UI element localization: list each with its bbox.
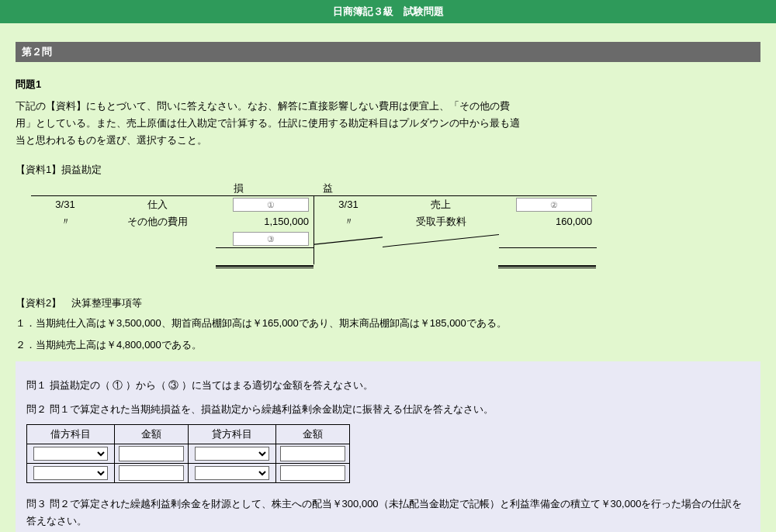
t-right-item: 受取手数料 xyxy=(383,213,499,230)
cr-account-select[interactable] xyxy=(195,447,269,461)
question-3: 問３ 問２で算定された繰越利益剰余金を財源として、株主への配当￥300,000（… xyxy=(26,496,750,530)
t-right-amt: 160,000 xyxy=(499,213,597,230)
page-header: 日商簿記３級 試験問題 xyxy=(0,0,776,23)
page-frame: 日商簿記３級 試験問題 第２問 問題1 下記の【資料】にもとづいて、問いに答えな… xyxy=(0,0,776,532)
col-cr-amt: 金額 xyxy=(276,424,350,444)
blank-box-3[interactable]: ③ xyxy=(233,232,309,246)
t-caption-left: 損 xyxy=(194,181,283,195)
t-left-date: 3/31 xyxy=(31,195,99,213)
mondai1-title: 問題1 xyxy=(16,78,760,92)
resource2-line1: １．当期純仕入高は￥3,500,000、期首商品棚卸高は￥165,000であり、… xyxy=(16,315,760,332)
t-left-date: 〃 xyxy=(31,213,99,230)
t-left-amt: 1,150,000 xyxy=(216,213,314,230)
t-right-date: 〃 xyxy=(314,213,383,230)
question-1: 問１ 損益勘定の（ ① ）から（ ③ ）に当てはまる適切な金額を答えなさい。 xyxy=(26,377,750,394)
answer-area: 問１ 損益勘定の（ ① ）から（ ③ ）に当てはまる適切な金額を答えなさい。 問… xyxy=(16,361,760,532)
t-right-diag xyxy=(314,230,383,247)
col-dr-amt: 金額 xyxy=(115,424,189,444)
dr-amount-input[interactable] xyxy=(119,465,184,481)
dr-account-select[interactable] xyxy=(33,466,108,480)
resource2-title: 【資料2】 決算整理事項等 xyxy=(16,296,760,310)
t-left-date xyxy=(31,230,99,247)
table-row xyxy=(27,444,350,463)
t-left-amt: ③ xyxy=(216,230,314,247)
cr-amount-input[interactable] xyxy=(280,446,345,461)
journal-table-q2: 借方科目 金額 貸方科目 金額 xyxy=(26,424,350,483)
col-cr-acc: 貸方科目 xyxy=(189,424,276,444)
t-right-total xyxy=(499,247,597,265)
mondai1-text: 下記の【資料】にもとづいて、問いに答えなさい。なお、解答に直接影響しない費用は便… xyxy=(16,98,528,149)
t-right-amt: ② xyxy=(499,195,597,213)
resource1-title: 【資料1】損益勘定 xyxy=(16,163,760,177)
t-left-item xyxy=(99,230,216,247)
t-right-diag xyxy=(383,230,499,247)
blank-box-1[interactable]: ① xyxy=(233,198,309,212)
question-2: 問２ 問１で算定された当期純損益を、損益勘定から繰越利益剰余金勘定に振替える仕訳… xyxy=(26,401,750,418)
t-right-blank xyxy=(499,230,597,247)
t-account: 損 益 3/31 仕入 ① 3/31 売上 ② 〃 その他の費用 1,1 xyxy=(16,181,760,282)
col-dr-acc: 借方科目 xyxy=(27,424,115,444)
cr-account-select[interactable] xyxy=(195,466,269,480)
resource2-line2: ２．当期純売上高は￥4,800,000である。 xyxy=(16,337,760,354)
t-left-total xyxy=(216,247,314,265)
t-caption-right: 益 xyxy=(283,181,372,195)
section-header: 第２問 xyxy=(16,42,760,62)
blank-box-2[interactable]: ② xyxy=(516,198,592,212)
t-left-amt: ① xyxy=(216,195,314,213)
table-row xyxy=(27,463,350,482)
t-right-date: 3/31 xyxy=(314,195,383,213)
dr-account-select[interactable] xyxy=(33,447,108,461)
cr-amount-input[interactable] xyxy=(280,465,345,481)
t-right-item: 売上 xyxy=(383,195,499,213)
dr-amount-input[interactable] xyxy=(119,446,184,461)
t-left-item: その他の費用 xyxy=(99,213,216,230)
t-left-item: 仕入 xyxy=(99,195,216,213)
